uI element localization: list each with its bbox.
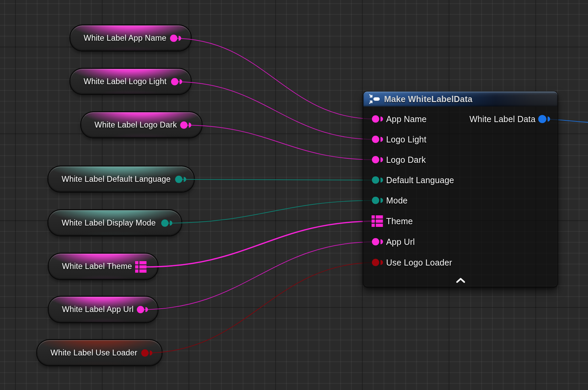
input-label-logo-light: Logo Light [386, 135, 426, 144]
input-label-logo-dark: Logo Dark [386, 155, 426, 165]
output-pin-white-label-logo-light[interactable] [170, 77, 184, 86]
input-label-app-name: App Name [386, 114, 427, 124]
wire-3[interactable] [179, 179, 376, 180]
input-pin-use-logo-loader[interactable] [371, 258, 385, 267]
output-pin-white-label-data[interactable] [538, 114, 552, 124]
node-title: Make WhiteLabelData [384, 94, 472, 104]
wire-4[interactable] [165, 200, 376, 223]
input-label-default-language: Default Language [386, 175, 454, 185]
output-pin-white-label-app-name[interactable] [169, 34, 183, 43]
input-label-theme: Theme [386, 216, 413, 226]
input-label-app-url: App Url [386, 237, 415, 247]
output-pin-white-label-default-language[interactable] [174, 175, 188, 184]
output-pin-white-label-logo-dark[interactable] [180, 121, 193, 130]
input-pin-mode[interactable] [371, 196, 385, 205]
input-pin-default-language[interactable] [371, 176, 385, 184]
input-label-use-logo-loader: Use Logo Loader [386, 258, 452, 268]
wire-6[interactable] [141, 242, 376, 310]
blueprint-graph-canvas[interactable]: White Label App NameWhite Label Logo Lig… [0, 0, 588, 390]
output-pin-white-label-app-url[interactable] [136, 305, 150, 314]
input-pin-logo-dark[interactable] [371, 155, 385, 164]
input-pin-app-url[interactable] [371, 237, 385, 246]
wire-7[interactable] [145, 262, 376, 353]
wire-2[interactable] [184, 125, 376, 160]
output-pin-white-label-display-mode[interactable] [161, 219, 174, 228]
output-pin-white-label-use-loader[interactable] [141, 349, 154, 357]
make-struct-icon [369, 94, 380, 104]
wire-0[interactable] [174, 38, 376, 119]
node-header[interactable]: Make WhiteLabelData [363, 92, 558, 106]
input-pin-app-name[interactable] [371, 115, 385, 123]
collapse-node-button[interactable] [456, 277, 466, 284]
output-label-white-label-data: White Label Data [469, 114, 536, 124]
input-pin-theme[interactable] [372, 215, 383, 227]
output-pin-white-label-theme[interactable] [135, 261, 147, 273]
wire-1[interactable] [175, 82, 376, 139]
input-label-mode: Mode [386, 196, 407, 206]
input-pin-logo-light[interactable] [371, 135, 385, 144]
